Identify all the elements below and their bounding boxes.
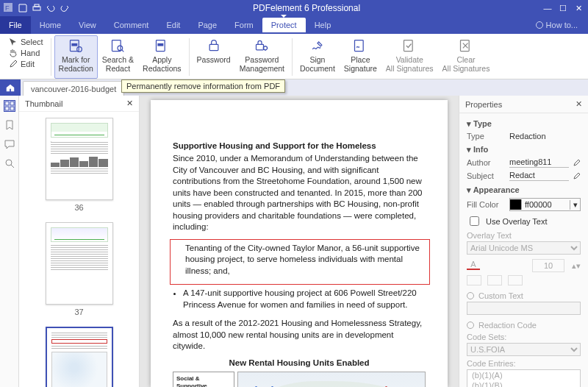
window-title: PDFelement 6 Professional — [72, 3, 541, 13]
document-tabs: vancouver-2016-budget — [0, 79, 588, 96]
menu-file[interactable]: File — [0, 16, 31, 34]
thumb-36[interactable]: — 36 — [28, 118, 130, 212]
thumb-37[interactable]: 37 — [28, 222, 130, 316]
page-38: Supportive Housing and Support for the H… — [151, 100, 448, 387]
svg-rect-20 — [10, 107, 14, 110]
menu-page[interactable]: Page — [189, 18, 226, 32]
svg-rect-10 — [158, 44, 163, 46]
properties-panel: Properties✕ Type TypeRedaction Info Auth… — [459, 96, 588, 387]
svg-text:F: F — [5, 4, 10, 12]
type-value: Redaction — [509, 132, 546, 141]
custom-text-input[interactable] — [467, 302, 581, 315]
chevron-down-icon[interactable]: ▾ — [570, 200, 580, 210]
document-view[interactable]: Supportive Housing and Support for the H… — [140, 96, 459, 387]
properties-close-icon[interactable]: ✕ — [576, 99, 582, 109]
tooltip-apply-redactions: Permanently remove information from PDF — [121, 79, 285, 93]
tool-select[interactable]: Select — [7, 37, 45, 47]
align-left-icon[interactable] — [467, 275, 481, 285]
print-icon[interactable] — [32, 4, 41, 13]
heading-supportive-housing: Supportive Housing and Support for the H… — [173, 141, 426, 150]
pin-icon — [536, 21, 543, 29]
undo-icon[interactable] — [46, 4, 55, 13]
svg-rect-17 — [5, 102, 9, 105]
close-icon[interactable]: ✕ — [572, 4, 585, 13]
maximize-icon[interactable]: ☐ — [556, 4, 570, 13]
svg-rect-5 — [72, 44, 77, 46]
home-tab-icon[interactable] — [0, 79, 21, 96]
btn-clear-signatures[interactable]: ClearAll Signatures — [438, 35, 495, 79]
btn-place-signature[interactable]: PlaceSignature — [340, 35, 381, 79]
left-panel-strip — [0, 96, 19, 387]
svg-rect-19 — [5, 107, 9, 110]
ribbon: Select Hand Edit Mark forRedaction Searc… — [0, 34, 588, 79]
titlebar: F PDFelement 6 Professional — ☐ ✕ — [0, 0, 588, 16]
svg-point-8 — [118, 46, 123, 51]
menubar: File Home View Comment Edit Page Form Pr… — [0, 16, 588, 34]
redo-icon[interactable] — [60, 4, 69, 13]
tool-hand[interactable]: Hand — [7, 48, 45, 58]
tool-edit[interactable]: Edit — [7, 59, 45, 69]
map-graphic: document.write(Array.from({length:130},(… — [237, 372, 426, 387]
section-info[interactable]: Info — [467, 142, 581, 156]
overlay-text-checkbox[interactable] — [470, 216, 479, 226]
thumbnail-panel: Thumbnail✕ — 36 37 38 — [19, 96, 140, 387]
panel-comments-icon[interactable] — [4, 138, 15, 150]
btn-sign-document[interactable]: SignDocument — [295, 35, 340, 79]
menu-home[interactable]: Home — [31, 18, 70, 32]
font-color-icon[interactable]: A — [467, 261, 480, 270]
subject-field[interactable]: Redact — [509, 171, 569, 181]
fill-color-field[interactable]: ff00000▾ — [509, 198, 581, 211]
app-icon: F — [3, 2, 13, 13]
map-block: Social & Supportive Completed Under Cons… — [173, 372, 426, 387]
menu-protect[interactable]: Protect — [262, 18, 306, 32]
btn-search-redact[interactable]: Search &Redact — [98, 35, 138, 79]
panel-thumbnails-icon[interactable] — [4, 100, 15, 112]
thumbnail-header: Thumbnail✕ — [19, 96, 139, 112]
edit-icon[interactable] — [573, 159, 581, 166]
code-sets-select[interactable]: U.S.FOIA — [467, 343, 581, 356]
section-appearance[interactable]: Appearance — [467, 182, 581, 196]
para-intro: Since 2010, under a Memorandum of Unders… — [173, 153, 426, 233]
svg-rect-2 — [33, 7, 40, 10]
svg-rect-11 — [209, 44, 218, 50]
menu-help[interactable]: Help — [306, 18, 340, 32]
bullet-powell: A 147-unit supportive housing project at… — [183, 288, 426, 310]
app-window: F PDFelement 6 Professional — ☐ ✕ File H… — [0, 0, 588, 387]
svg-rect-14 — [355, 40, 364, 52]
align-right-icon[interactable] — [508, 275, 523, 285]
font-size-field[interactable]: 10 — [532, 259, 564, 272]
radio-redaction-code[interactable] — [467, 322, 474, 329]
minimize-icon[interactable]: — — [541, 4, 554, 13]
code-entries-list[interactable]: (b)(1)(A) (b)(1)(B) (b)(2) (b)(3)(A) — [467, 369, 581, 387]
save-icon[interactable] — [18, 4, 27, 13]
section-type[interactable]: Type — [467, 116, 581, 130]
menu-view[interactable]: View — [70, 18, 105, 32]
align-center-icon[interactable] — [487, 275, 502, 285]
panel-search-icon[interactable] — [4, 157, 15, 169]
overlay-font-select[interactable]: Arial Unicode MS — [467, 241, 581, 255]
author-field[interactable]: meeting811 — [509, 157, 569, 168]
svg-rect-3 — [35, 4, 39, 7]
btn-mark-redaction[interactable]: Mark forRedaction — [54, 35, 98, 79]
thumbnail-close-icon[interactable]: ✕ — [126, 99, 133, 108]
properties-title: Properties — [465, 100, 502, 109]
redaction-mark[interactable]: Tenanting of the City-owned Taylor Manor… — [170, 239, 430, 285]
radio-custom-text[interactable] — [467, 292, 474, 299]
stepper-icon[interactable]: ▴▾ — [572, 261, 581, 271]
edit-icon[interactable] — [573, 172, 581, 180]
btn-validate-signatures[interactable]: ValidateAll Signatures — [381, 35, 438, 79]
select-tools: Select Hand Edit — [4, 35, 48, 79]
svg-rect-18 — [10, 102, 14, 105]
howto-link[interactable]: How to... — [536, 21, 585, 29]
menu-form[interactable]: Form — [226, 18, 262, 32]
thumb-38[interactable]: 38 — [28, 327, 130, 387]
svg-point-13 — [264, 46, 268, 50]
btn-password-management[interactable]: PasswordManagement — [235, 35, 289, 79]
menu-comment[interactable]: Comment — [105, 18, 158, 32]
menu-edit[interactable]: Edit — [157, 18, 189, 32]
btn-apply-redactions[interactable]: ApplyRedactions — [138, 35, 186, 79]
map-legend: Social & Supportive Completed Under Cons… — [173, 372, 234, 387]
doc-tab[interactable]: vancouver-2016-budget — [23, 81, 124, 96]
panel-bookmarks-icon[interactable] — [4, 119, 15, 131]
btn-password[interactable]: Password — [193, 35, 235, 79]
